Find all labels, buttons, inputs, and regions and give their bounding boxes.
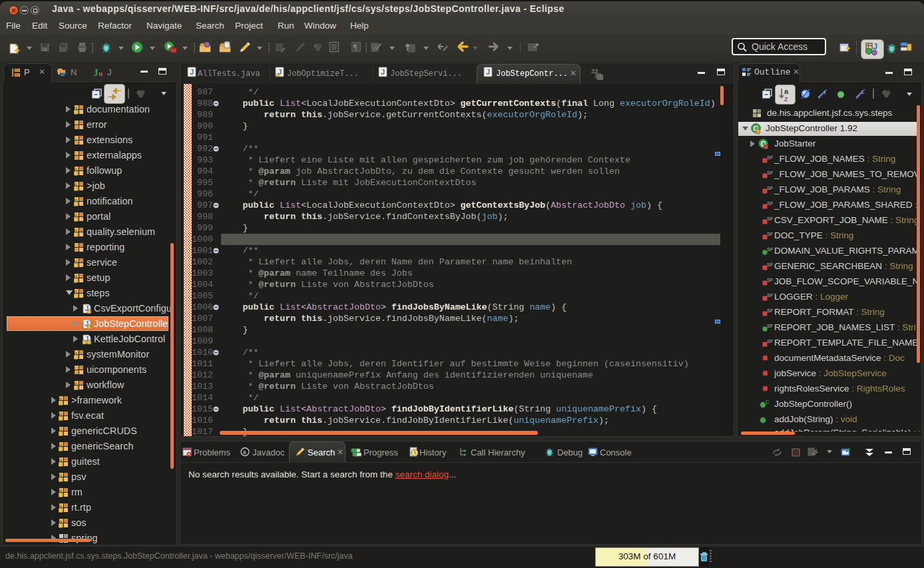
svg-text:L: L — [861, 89, 865, 95]
svg-text:SF: SF — [767, 200, 773, 206]
svg-text:J: J — [381, 68, 385, 76]
svg-text:J: J — [93, 67, 99, 78]
svg-text:SF: SF — [767, 231, 773, 237]
svg-text:u: u — [99, 69, 103, 77]
svg-text:C: C — [766, 400, 770, 405]
svg-text:SF: SF — [767, 323, 773, 329]
svg-text:SF: SF — [767, 154, 773, 160]
svg-text:SF: SF — [767, 262, 773, 268]
svg-text:SF: SF — [767, 185, 773, 191]
svg-text:J: J — [486, 68, 490, 76]
svg-text:SF: SF — [767, 338, 773, 344]
svg-text:SF: SF — [767, 277, 773, 283]
svg-text:J: J — [873, 42, 877, 51]
svg-text:z: z — [823, 89, 826, 95]
svg-text:z: z — [784, 95, 788, 102]
svg-text:SF: SF — [767, 308, 773, 314]
svg-text:SF: SF — [767, 292, 773, 298]
svg-text:¶: ¶ — [353, 43, 357, 52]
svg-text:SF: SF — [767, 246, 773, 252]
svg-text:SF: SF — [767, 170, 773, 176]
svg-text:a: a — [243, 449, 247, 456]
svg-text:J: J — [190, 68, 194, 76]
svg-text:SF: SF — [767, 216, 773, 222]
